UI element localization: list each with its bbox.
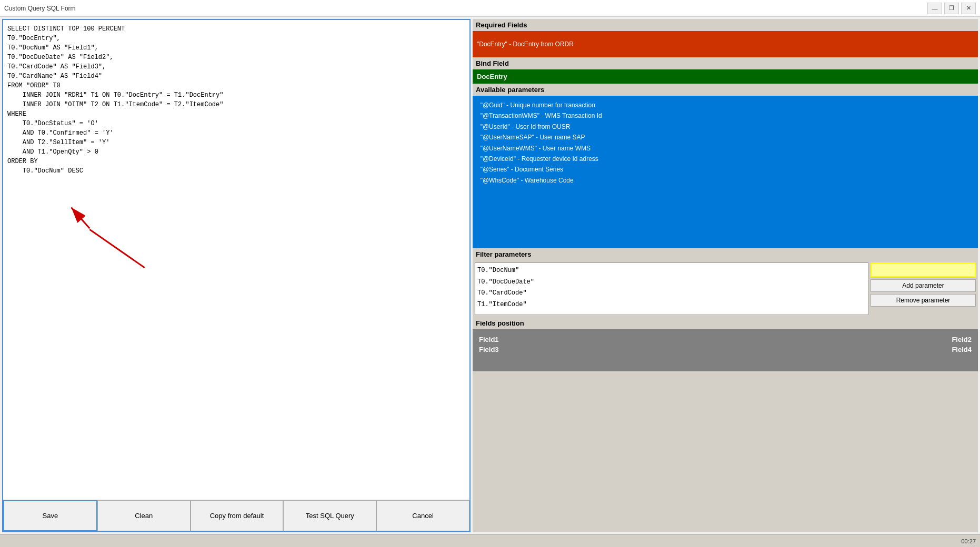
save-button[interactable]: Save xyxy=(3,500,97,531)
filter-list-item-0[interactable]: T0."DocNum" xyxy=(477,265,866,277)
available-params-title: Available parameters xyxy=(473,84,978,96)
test-sql-button[interactable]: Test SQL Query xyxy=(283,500,376,531)
restore-button[interactable]: ❐ xyxy=(944,3,959,14)
required-fields-title: Required Fields xyxy=(473,19,978,31)
title-bar: Custom Query SQL Form — ❐ ✕ xyxy=(0,0,980,17)
cancel-button[interactable]: Cancel xyxy=(376,500,469,531)
field2-label: Field2 xyxy=(726,336,972,343)
filter-params-title: Filter parameters xyxy=(473,248,978,260)
clean-button[interactable]: Clean xyxy=(97,500,191,531)
bind-field-section: Bind Field DocEntry xyxy=(473,57,978,84)
filter-list-item-1[interactable]: T0."DocDueDate" xyxy=(477,277,866,288)
required-fields-text: "DocEntry" - DocEntry from ORDR xyxy=(477,40,574,48)
fields-position-title: Fields position xyxy=(473,317,978,329)
filter-params-content: T0."DocNum" T0."DocDueDate" T0."CardCode… xyxy=(473,260,978,317)
remove-parameter-button[interactable]: Remove parameter xyxy=(871,294,976,307)
available-params-section: Available parameters "@Guid" - Unique nu… xyxy=(473,84,978,248)
right-panel: Required Fields "DocEntry" - DocEntry fr… xyxy=(473,19,978,532)
param-item-0: "@Guid" - Unique number for transaction xyxy=(477,100,974,110)
field1-label: Field1 xyxy=(479,336,724,343)
required-fields-section: Required Fields "DocEntry" - DocEntry fr… xyxy=(473,19,978,57)
sql-editor[interactable]: SELECT DISTINCT TOP 100 PERCENT T0."DocE… xyxy=(3,20,469,500)
window-title: Custom Query SQL Form xyxy=(4,5,76,12)
param-item-4: "@UserNameWMS" - User name WMS xyxy=(477,143,974,154)
field3-label: Field3 xyxy=(479,346,724,353)
filter-input[interactable] xyxy=(871,262,976,277)
status-bar: 00:27 xyxy=(0,534,980,547)
param-item-6: "@Series" - Document Series xyxy=(477,164,974,175)
sql-panel: SELECT DISTINCT TOP 100 PERCENT T0."DocE… xyxy=(2,19,471,532)
main-content: SELECT DISTINCT TOP 100 PERCENT T0."DocE… xyxy=(0,17,980,534)
minimize-button[interactable]: — xyxy=(927,3,942,14)
window-controls: — ❐ ✕ xyxy=(927,3,976,14)
main-window: Custom Query SQL Form — ❐ ✕ SELECT DISTI… xyxy=(0,0,980,547)
copy-from-default-button[interactable]: Copy from default xyxy=(191,500,284,531)
available-params-content: "@Guid" - Unique number for transaction … xyxy=(473,96,978,248)
param-item-7: "@WhsCode" - Warehouse Code xyxy=(477,175,974,186)
filter-list-item-2[interactable]: T0."CardCode" xyxy=(477,288,866,299)
param-item-5: "@DeviceId" - Requester device Id adress xyxy=(477,154,974,164)
sql-editor-area: SELECT DISTINCT TOP 100 PERCENT T0."DocE… xyxy=(3,20,469,500)
fields-position-grid: Field1 Field2 Field3 Field4 xyxy=(477,333,974,356)
filter-right-controls: Add parameter Remove parameter xyxy=(871,262,976,315)
filter-params-section: Filter parameters T0."DocNum" T0."DocDue… xyxy=(473,248,978,317)
param-item-2: "@UserId" - User Id from OUSR xyxy=(477,121,974,132)
close-button[interactable]: ✕ xyxy=(961,3,976,14)
required-fields-content: "DocEntry" - DocEntry from ORDR xyxy=(473,31,978,57)
filter-list-item-3[interactable]: T1."ItemCode" xyxy=(477,299,866,311)
bind-field-title: Bind Field xyxy=(473,57,978,69)
fields-position-section: Fields position Field1 Field2 Field3 Fie… xyxy=(473,317,978,532)
param-item-1: "@TransactionWMS" - WMS Transaction Id xyxy=(477,110,974,121)
fields-position-content: Field1 Field2 Field3 Field4 xyxy=(473,329,978,371)
bind-field-value: DocEntry xyxy=(473,69,978,84)
add-parameter-button[interactable]: Add parameter xyxy=(871,279,976,292)
field4-label: Field4 xyxy=(726,346,972,353)
button-bar: Save Clean Copy from default Test SQL Qu… xyxy=(3,500,469,531)
status-bar-time: 00:27 xyxy=(961,538,976,544)
filter-params-list[interactable]: T0."DocNum" T0."DocDueDate" T0."CardCode… xyxy=(475,262,868,315)
param-item-3: "@UserNameSAP" - User name SAP xyxy=(477,132,974,143)
